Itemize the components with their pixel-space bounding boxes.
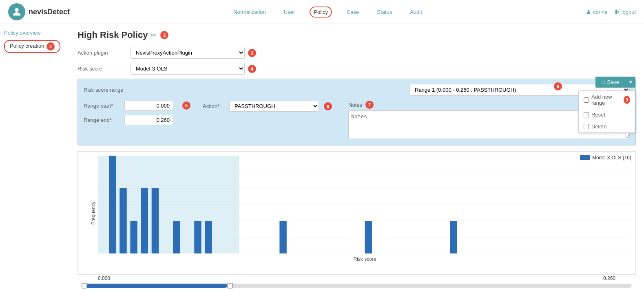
save-area: □ Save ▾ Add new range 9 Reset	[595, 77, 635, 88]
bar-9	[194, 221, 201, 253]
logo-avatar	[8, 3, 25, 20]
slider-track[interactable]	[82, 284, 632, 288]
dropdown-add-new-range[interactable]: Add new range 9	[579, 91, 635, 109]
action-field-label: Action*	[203, 103, 225, 109]
bar-7	[173, 221, 180, 253]
badge-2: 2	[160, 31, 168, 39]
dropdown-delete[interactable]: Delete	[579, 121, 635, 132]
nav-case[interactable]: Case	[343, 7, 362, 17]
action-plugin-select[interactable]: NevisProxyActionPlugin	[131, 47, 245, 59]
page-title: High Risk Policy	[77, 30, 148, 40]
bar-4	[141, 188, 148, 253]
badge-5: 5	[182, 101, 190, 110]
slider-right-handle[interactable]	[227, 283, 233, 289]
sidebar-policy-overview[interactable]: Policy overview	[4, 30, 65, 36]
save-dropdown-menu: Add new range 9 Reset Delete	[578, 90, 635, 133]
slider-area	[77, 281, 636, 290]
bar-33	[450, 221, 457, 253]
save-icon: □	[602, 80, 605, 85]
slider-left-value-label: 0.000	[98, 275, 110, 281]
user-area: corine logout	[586, 9, 636, 15]
logout-icon	[614, 9, 620, 15]
logo-area: nevisDetect	[8, 3, 70, 20]
y-axis-label: Frequency	[91, 201, 96, 225]
badge-1: 2	[46, 42, 55, 51]
range-start-label: Range start*	[84, 103, 120, 109]
bar-3	[130, 221, 137, 253]
range-end-input[interactable]	[124, 115, 173, 125]
risk-range-label: Risk score range	[84, 87, 137, 93]
range-end-row: Range end*	[84, 115, 173, 125]
risk-score-row: Risk score Model-3-OLS 4	[77, 63, 636, 75]
risk-score-select[interactable]: Model-3-OLS	[131, 63, 245, 75]
header: nevisDetect Normalization User Policy Ca…	[0, 0, 644, 24]
user-name-display: corine	[586, 9, 607, 15]
reset-checkbox[interactable]	[584, 112, 589, 117]
range-start-row: Range start*	[84, 101, 173, 111]
action-plugin-label: Action plugin	[77, 50, 131, 56]
svg-point-1	[588, 10, 590, 12]
nav-normalization[interactable]: Normalization	[230, 7, 269, 17]
action-select[interactable]: PASSTHROUGH	[229, 101, 319, 112]
page-layout: Policy overview Policy creation 2 High R…	[0, 24, 644, 304]
badge-9: 9	[624, 96, 630, 104]
range-start-input[interactable]	[124, 101, 173, 111]
chart-container: Model-3-OLS (16)	[77, 151, 636, 290]
save-dropdown-button[interactable]: ▾	[626, 77, 635, 88]
chart-legend: Model-3-OLS (16)	[580, 155, 631, 161]
action-field-area: Action* PASSTHROUGH 6	[203, 101, 332, 112]
edit-title-icon[interactable]: ✏	[151, 31, 156, 39]
user-avatar-icon	[11, 6, 22, 18]
sidebar: Policy overview Policy creation 2	[0, 24, 69, 304]
add-new-range-checkbox[interactable]	[584, 97, 589, 103]
nav-policy[interactable]: Policy	[310, 7, 332, 18]
page-title-area: High Risk Policy ✏ 2	[77, 30, 636, 40]
sidebar-policy-creation[interactable]: Policy creation 2	[4, 40, 60, 53]
slider-fill	[82, 284, 227, 288]
range-inputs-col: Range start* Range end*	[84, 101, 173, 125]
notes-label: Notes	[348, 102, 362, 108]
badge-8: 8	[554, 82, 562, 90]
range-select-row: Risk score range Range 1 (0.000 - 0.260 …	[84, 84, 630, 96]
bar-1	[109, 156, 116, 253]
main-content: High Risk Policy ✏ 2 Action plugin Nevis…	[69, 24, 644, 304]
range-end-label: Range end*	[84, 117, 120, 123]
delete-checkbox[interactable]	[584, 124, 589, 129]
logout-button[interactable]: logout	[614, 9, 636, 15]
legend-color-box	[580, 155, 590, 160]
x-axis-label: Risk score	[98, 256, 631, 262]
save-button[interactable]: □ Save	[595, 77, 626, 88]
app-title: nevisDetect	[29, 8, 70, 16]
slider-right-value-label: 0.260	[603, 275, 615, 281]
bar-5	[152, 188, 159, 253]
badge-4: 4	[248, 65, 256, 73]
nav-status[interactable]: Status	[374, 7, 395, 17]
nav-user[interactable]: User	[281, 7, 298, 17]
bar-2	[120, 188, 126, 253]
badge-3: 3	[248, 49, 256, 57]
user-icon	[586, 9, 591, 15]
nav-audit[interactable]: Audit	[407, 7, 425, 17]
main-nav: Normalization User Policy Case Status Au…	[230, 7, 425, 18]
chart-svg: 3 2.5 2 1.5 1 0.5 0 0.000 0.040 0.080 0.…	[98, 156, 631, 253]
badge-7: 7	[365, 101, 374, 109]
svg-point-0	[15, 8, 18, 12]
range-fields-area: Range start* Range end* 5	[84, 101, 630, 140]
bar-10	[205, 221, 212, 253]
legend-label: Model-3-OLS (16)	[592, 155, 631, 161]
risk-score-label: Risk score	[77, 66, 131, 72]
range-highlight	[98, 156, 239, 253]
slider-values-row: 0.000 0.260	[77, 275, 636, 281]
slider-left-handle[interactable]	[82, 283, 87, 289]
risk-range-section: □ Save ▾ Add new range 9 Reset	[77, 79, 636, 145]
dropdown-reset[interactable]: Reset	[579, 109, 635, 121]
badge-6: 6	[324, 102, 332, 110]
bar-17	[279, 221, 286, 253]
chart-area: Model-3-OLS (16)	[77, 151, 636, 275]
bar-25	[365, 221, 372, 253]
action-plugin-row: Action plugin NevisProxyActionPlugin 3	[77, 47, 636, 59]
